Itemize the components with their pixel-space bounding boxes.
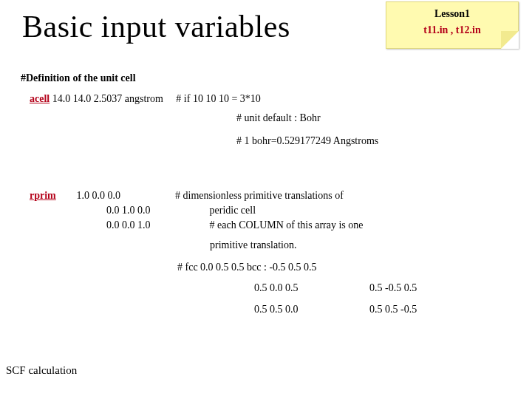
acell-keyword: acell [30,93,50,104]
acell-line: acell 14.0 14.0 2.5037 angstrom # if 10 … [30,92,517,106]
rprim-keyword: rprim [30,188,74,203]
acell-values: 14.0 14.0 2.5037 angstrom [52,93,163,104]
content-body: acell 14.0 14.0 2.5037 angstrom # if 10 … [30,92,517,317]
acell-comment-2: # 1 bohr=0.529177249 Angstroms [236,134,517,149]
note-line2: t11.in , t12.in [386,24,518,36]
fcc-row-0b: 0.5 -0.5 0.5 [369,281,502,296]
fcc-bcc-examples: # fcc 0.0 0.5 0.5 bcc : -0.5 0.5 0.5 0.5… [177,260,517,317]
acell-comment-1: # unit default : Bohr [236,111,517,126]
acell-comment-block: # unit default : Bohr # 1 bohr=0.5291772… [236,111,517,149]
page-title: Basic input variables [22,9,290,44]
rprim-cmt-0: # dimensionless primitive translations o… [175,188,344,203]
rprim-row-2: 0.0 0.0 1.0 # each COLUMN of this array … [106,218,517,233]
rprim-tail: primitive translation. [210,238,517,253]
fcc-bcc-label: # fcc 0.0 0.5 0.5 bcc : -0.5 0.5 0.5 [177,260,317,275]
rprim-row-0: rprim 1.0 0.0 0.0 # dimensionless primit… [30,188,517,203]
rprim-vals-0: 1.0 0.0 0.0 [77,188,166,203]
note-line1: Lesson1 [386,8,518,20]
fcc-row-1a: 0.5 0.5 0.0 [254,302,369,317]
rprim-vals-2: 0.0 0.0 1.0 [106,218,177,233]
sticky-note: Lesson1 t11.in , t12.in [386,1,519,49]
footer-text: SCF calculation [6,364,77,377]
fcc-row-1b: 0.5 0.5 -0.5 [369,302,502,317]
rprim-cmt-2: # each COLUMN of this array is one [210,218,364,233]
rprim-vals-1: 0.0 1.0 0.0 [106,203,177,218]
rprim-cmt-1: peridic cell [210,203,256,218]
rprim-tail-0: primitive translation. [210,238,517,253]
fcc-row-0a: 0.5 0.0 0.5 [254,281,369,296]
acell-comment-0: # if 10 10 10 = 3*10 [176,93,260,104]
rprim-row-1: 0.0 1.0 0.0 peridic cell [106,203,517,218]
section-heading: #Definition of the unit cell [21,72,136,84]
